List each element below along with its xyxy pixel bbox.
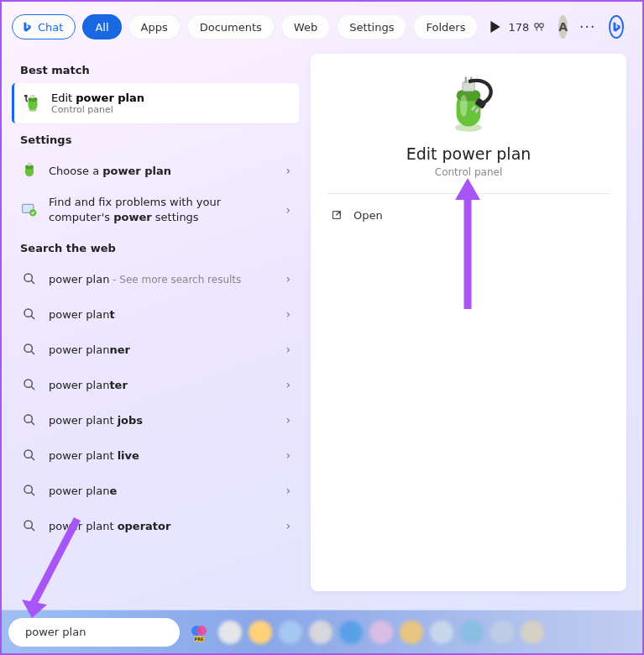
svg-point-19 [24, 521, 32, 528]
open-label: Open [353, 209, 383, 222]
result-detail-pane: Edit power plan Control panel Open [311, 54, 626, 591]
search-icon [20, 305, 39, 323]
suggestion-text: power plan - See more search results [49, 273, 275, 286]
section-search-web-header: Search the web [12, 232, 299, 261]
svg-point-18 [24, 485, 32, 493]
copilot-preview-icon[interactable]: PRE [186, 620, 212, 645]
svg-point-12 [24, 274, 32, 281]
web-search-suggestion[interactable]: power planter › [12, 367, 299, 402]
rewards-points[interactable]: 178 [508, 21, 545, 34]
search-icon [20, 446, 39, 464]
taskbar-app-icon[interactable] [339, 621, 363, 644]
tab-web[interactable]: Web [281, 14, 330, 39]
power-plan-large-icon [438, 76, 499, 136]
chevron-right-icon: › [285, 203, 291, 217]
power-plan-icon [20, 161, 39, 180]
svg-point-33 [196, 626, 207, 636]
more-options-button[interactable]: ··· [579, 18, 595, 35]
chat-tab-label: Chat [38, 21, 63, 34]
search-icon [20, 481, 39, 500]
chevron-right-icon: › [285, 413, 291, 427]
web-search-suggestion[interactable]: power plant live › [12, 438, 299, 473]
taskbar-app-icon[interactable] [279, 621, 302, 644]
svg-point-1 [540, 24, 544, 28]
chevron-right-icon: › [285, 307, 291, 321]
power-plan-icon [23, 93, 43, 113]
detail-title: Edit power plan [327, 144, 610, 163]
svg-point-14 [24, 344, 32, 352]
rewards-icon [533, 21, 545, 33]
suggestion-text: power plant jobs [49, 414, 275, 427]
detail-subtitle: Control panel [327, 166, 610, 178]
troubleshoot-icon [20, 201, 39, 219]
web-search-suggestion[interactable]: power planner › [12, 332, 299, 367]
suggestion-text: power planter [49, 379, 275, 391]
svg-rect-22 [457, 90, 481, 101]
bing-chat-button[interactable] [609, 15, 624, 39]
web-search-suggestion[interactable]: power plan - See more search results › [12, 261, 299, 296]
tab-settings[interactable]: Settings [337, 14, 406, 39]
chat-tab[interactable]: Chat [12, 14, 76, 39]
suggestion-text: power plant [49, 308, 275, 321]
settings-item-label: Choose a power plan [49, 165, 275, 177]
web-search-suggestion[interactable]: power plane › [12, 473, 299, 508]
chevron-right-icon: › [285, 272, 291, 286]
chevron-right-icon: › [285, 343, 291, 356]
taskbar-app-icon[interactable] [460, 621, 484, 644]
chevron-right-icon: › [285, 448, 291, 462]
divider [327, 193, 610, 194]
open-action[interactable]: Open [327, 202, 610, 228]
results-left-column: Best match Edit power plan Control panel… [12, 54, 299, 543]
bing-icon [21, 21, 33, 33]
bing-icon [610, 21, 622, 33]
suggestion-text: power plane [49, 485, 275, 497]
search-category-tabs: Chat All Apps Documents Web Settings Fol… [12, 12, 616, 42]
tab-apps[interactable]: Apps [128, 14, 181, 39]
section-best-match-header: Best match [12, 54, 299, 83]
search-icon [20, 411, 39, 429]
svg-point-15 [24, 380, 32, 387]
more-tabs-button[interactable] [490, 18, 501, 35]
best-match-subtitle: Control panel [51, 104, 144, 115]
svg-rect-5 [31, 95, 35, 98]
svg-rect-9 [28, 163, 32, 166]
taskbar-app-icon[interactable] [400, 621, 423, 644]
taskbar-app-icon[interactable] [249, 621, 272, 644]
user-avatar[interactable]: A [558, 15, 568, 39]
best-match-result[interactable]: Edit power plan Control panel [12, 83, 299, 123]
svg-rect-23 [463, 81, 474, 92]
web-search-suggestion[interactable]: power plant operator › [12, 508, 299, 543]
taskbar-search-input[interactable] [25, 626, 168, 638]
search-icon [20, 270, 39, 288]
web-search-suggestion[interactable]: power plant jobs › [12, 402, 299, 438]
taskbar-app-icon[interactable] [430, 621, 453, 644]
windows-taskbar: PRE [2, 610, 644, 653]
tab-folders[interactable]: Folders [413, 14, 478, 39]
best-match-title: Edit power plan [51, 92, 144, 105]
taskbar-app-icon[interactable] [490, 621, 514, 644]
settings-item-choose-power-plan[interactable]: Choose a power plan › [12, 153, 299, 188]
tab-all[interactable]: All [82, 14, 121, 39]
svg-rect-24 [465, 76, 467, 82]
web-search-suggestion[interactable]: power plant › [12, 296, 299, 332]
taskbar-app-icon[interactable] [218, 621, 242, 644]
svg-rect-6 [24, 95, 28, 97]
svg-point-16 [24, 415, 32, 422]
open-icon [331, 209, 343, 222]
taskbar-app-icon[interactable] [309, 621, 332, 644]
taskbar-app-icon[interactable] [521, 621, 544, 644]
taskbar-search-box[interactable] [8, 618, 180, 647]
svg-point-13 [24, 309, 32, 317]
chevron-right-icon: › [285, 378, 291, 391]
search-icon [20, 340, 39, 359]
svg-point-17 [24, 450, 32, 458]
suggestion-text: power planner [49, 343, 275, 356]
chevron-right-icon: › [285, 164, 291, 177]
svg-point-0 [535, 24, 539, 28]
section-settings-header: Settings [12, 123, 299, 153]
taskbar-app-icon[interactable] [369, 621, 393, 644]
chevron-right-icon: › [285, 519, 291, 532]
svg-point-29 [460, 95, 468, 117]
settings-item-troubleshoot-power[interactable]: Find and fix problems with your computer… [12, 188, 299, 232]
tab-documents[interactable]: Documents [187, 14, 275, 39]
